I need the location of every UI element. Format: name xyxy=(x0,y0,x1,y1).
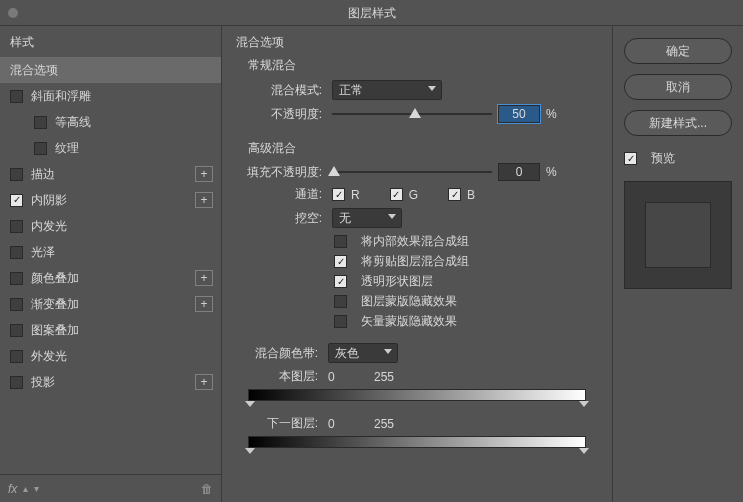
opacity-slider[interactable] xyxy=(332,107,492,121)
style-checkbox[interactable] xyxy=(10,298,23,311)
preview-toggle[interactable]: 预览 xyxy=(624,150,732,167)
style-checkbox[interactable] xyxy=(10,168,23,181)
style-item-7[interactable]: 光泽 xyxy=(0,239,221,265)
styles-header: 样式 xyxy=(0,26,221,57)
under-layer-label: 下一图层: xyxy=(236,415,322,432)
adv-checkbox[interactable] xyxy=(334,235,347,248)
style-checkbox[interactable] xyxy=(10,376,23,389)
style-item-5[interactable]: 内阴影+ xyxy=(0,187,221,213)
channel-g-checkbox[interactable]: G xyxy=(390,188,418,202)
adv-label: 透明形状图层 xyxy=(361,273,433,290)
style-label: 投影 xyxy=(31,374,195,391)
window-title: 图层样式 xyxy=(348,6,396,20)
adv-checkbox[interactable] xyxy=(334,295,347,308)
opacity-input[interactable]: 50 xyxy=(498,105,540,123)
style-item-3[interactable]: 纹理 xyxy=(0,135,221,161)
style-item-6[interactable]: 内发光 xyxy=(0,213,221,239)
fill-opacity-input[interactable]: 0 xyxy=(498,163,540,181)
preview-label: 预览 xyxy=(651,150,675,167)
adv-label: 图层蒙版隐藏效果 xyxy=(361,293,457,310)
style-checkbox[interactable] xyxy=(10,324,23,337)
knockout-select[interactable]: 无 xyxy=(332,208,402,228)
style-label: 渐变叠加 xyxy=(31,296,195,313)
preview-checkbox[interactable] xyxy=(624,152,637,165)
blendif-label: 混合颜色带: xyxy=(236,345,322,362)
style-checkbox[interactable] xyxy=(10,246,23,259)
style-item-9[interactable]: 渐变叠加+ xyxy=(0,291,221,317)
advanced-blend-group: 高级混合 填充不透明度: 0 % 通道: R G B 挖空: 无 xyxy=(236,138,598,335)
channel-r-checkbox[interactable]: R xyxy=(332,188,360,202)
knockout-value: 无 xyxy=(339,210,351,227)
adv-checkbox[interactable] xyxy=(334,255,347,268)
cancel-button[interactable]: 取消 xyxy=(624,74,732,100)
ok-button[interactable]: 确定 xyxy=(624,38,732,64)
channel-b-checkbox[interactable]: B xyxy=(448,188,475,202)
preview-inner xyxy=(645,202,711,268)
styles-panel: 样式 混合选项斜面和浮雕等高线纹理描边+内阴影+内发光光泽颜色叠加+渐变叠加+图… xyxy=(0,26,222,502)
adv-label: 将剪贴图层混合成组 xyxy=(361,253,469,270)
channels-label: 通道: xyxy=(240,186,326,203)
style-checkbox[interactable] xyxy=(10,220,23,233)
style-label: 斜面和浮雕 xyxy=(31,88,213,105)
style-label: 描边 xyxy=(31,166,195,183)
style-checkbox[interactable] xyxy=(10,350,23,363)
style-checkbox[interactable] xyxy=(34,116,47,129)
style-item-4[interactable]: 描边+ xyxy=(0,161,221,187)
this-layer-ramp[interactable] xyxy=(248,387,586,405)
new-style-button[interactable]: 新建样式... xyxy=(624,110,732,136)
add-effect-icon[interactable]: + xyxy=(195,374,213,390)
adv-checkbox[interactable] xyxy=(334,315,347,328)
style-label: 内发光 xyxy=(31,218,213,235)
chevron-down-icon xyxy=(384,349,392,354)
style-label: 外发光 xyxy=(31,348,213,365)
preview-swatch xyxy=(624,181,732,289)
group-label: 常规混合 xyxy=(248,57,594,74)
style-item-12[interactable]: 投影+ xyxy=(0,369,221,395)
add-effect-icon[interactable]: + xyxy=(195,166,213,182)
under-layer-ramp[interactable] xyxy=(248,434,586,452)
add-effect-icon[interactable]: + xyxy=(195,192,213,208)
blend-mode-value: 正常 xyxy=(339,82,363,99)
pct-label: % xyxy=(546,165,557,179)
adv-option-3[interactable]: 图层蒙版隐藏效果 xyxy=(334,293,594,310)
window-control-icon[interactable] xyxy=(8,8,18,18)
style-checkbox[interactable] xyxy=(10,194,23,207)
titlebar: 图层样式 xyxy=(0,0,743,26)
style-item-0[interactable]: 混合选项 xyxy=(0,57,221,83)
adv-option-4[interactable]: 矢量蒙版隐藏效果 xyxy=(334,313,594,330)
style-checkbox[interactable] xyxy=(10,90,23,103)
arrow-up-icon[interactable]: ▴ xyxy=(23,483,28,494)
style-checkbox[interactable] xyxy=(10,272,23,285)
style-label: 图案叠加 xyxy=(31,322,213,339)
opacity-label: 不透明度: xyxy=(240,106,326,123)
arrow-down-icon[interactable]: ▾ xyxy=(34,483,39,494)
style-item-10[interactable]: 图案叠加 xyxy=(0,317,221,343)
this-hi: 255 xyxy=(374,370,394,384)
fx-icon[interactable]: fx xyxy=(8,482,17,496)
adv-label: 矢量蒙版隐藏效果 xyxy=(361,313,457,330)
style-item-2[interactable]: 等高线 xyxy=(0,109,221,135)
adv-option-2[interactable]: 透明形状图层 xyxy=(334,273,594,290)
style-item-1[interactable]: 斜面和浮雕 xyxy=(0,83,221,109)
under-lo: 0 xyxy=(328,417,368,431)
styles-list: 混合选项斜面和浮雕等高线纹理描边+内阴影+内发光光泽颜色叠加+渐变叠加+图案叠加… xyxy=(0,57,221,474)
chevron-down-icon xyxy=(388,214,396,219)
trash-icon[interactable]: 🗑 xyxy=(201,482,213,496)
style-label: 等高线 xyxy=(55,114,213,131)
style-item-11[interactable]: 外发光 xyxy=(0,343,221,369)
blend-mode-select[interactable]: 正常 xyxy=(332,80,442,100)
adv-checkbox[interactable] xyxy=(334,275,347,288)
options-panel: 混合选项 常规混合 混合模式: 正常 不透明度: 50 % 高级混合 xyxy=(222,26,613,502)
blend-if-group: 混合颜色带: 灰色 本图层: 0 255 下一图层: 0 255 xyxy=(236,343,598,452)
add-effect-icon[interactable]: + xyxy=(195,296,213,312)
chevron-down-icon xyxy=(428,86,436,91)
fill-opacity-label: 填充不透明度: xyxy=(240,164,326,181)
blendif-select[interactable]: 灰色 xyxy=(328,343,398,363)
style-item-8[interactable]: 颜色叠加+ xyxy=(0,265,221,291)
adv-option-1[interactable]: 将剪贴图层混合成组 xyxy=(334,253,594,270)
style-checkbox[interactable] xyxy=(34,142,47,155)
adv-option-0[interactable]: 将内部效果混合成组 xyxy=(334,233,594,250)
blend-mode-label: 混合模式: xyxy=(240,82,326,99)
fill-opacity-slider[interactable] xyxy=(332,165,492,179)
add-effect-icon[interactable]: + xyxy=(195,270,213,286)
